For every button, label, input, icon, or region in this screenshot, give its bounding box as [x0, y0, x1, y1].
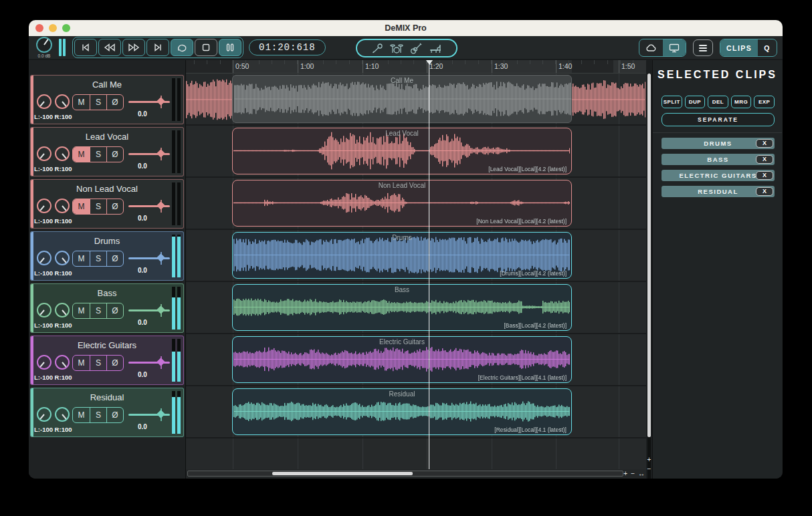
solo-button[interactable]: S — [90, 95, 106, 110]
volume-slider-handle[interactable] — [157, 97, 165, 106]
phase-invert-button[interactable]: Ø — [106, 408, 123, 422]
time-display[interactable]: 01:20:618 — [249, 39, 326, 55]
track-header[interactable]: Residual L:-100 R:100 M S Ø 0.0 — [30, 388, 184, 437]
remove-clip-button[interactable]: X — [756, 139, 773, 148]
pan-right-knob[interactable] — [55, 199, 70, 213]
pan-right-knob[interactable] — [55, 355, 70, 370]
pan-right-knob[interactable] — [55, 94, 70, 109]
selected-region[interactable]: Call Me — [232, 75, 572, 123]
dup-button[interactable]: DUP — [685, 96, 706, 108]
volume-slider-handle[interactable] — [157, 201, 165, 210]
track-header[interactable]: Electric Guitars L:-100 R:100 M S Ø 0.0 — [30, 336, 184, 385]
separate-button[interactable]: SEPARATE — [662, 113, 775, 126]
solo-button[interactable]: S — [90, 147, 106, 162]
volume-slider[interactable] — [128, 153, 170, 155]
horizontal-scrollbar-thumb[interactable] — [272, 472, 413, 475]
audio-clip[interactable]: Non Lead Vocal[Non Lead Vocal][Local][4.… — [232, 180, 572, 227]
pan-right-knob[interactable] — [55, 146, 70, 161]
rewind-button[interactable] — [98, 39, 121, 56]
volume-slider[interactable] — [128, 205, 170, 207]
track-lane[interactable]: Residual[Residual][Local][4.1 (latest)] — [186, 386, 646, 438]
track-header[interactable]: Call Me L:-100 R:100 M S Ø 0.0 — [30, 75, 184, 124]
volume-slider-handle[interactable] — [157, 305, 165, 314]
timeline-ruler[interactable]: 0:501:001:101:201:301:401:50 — [186, 60, 646, 74]
phase-invert-button[interactable]: Ø — [106, 356, 123, 370]
exp-button[interactable]: EXP — [754, 96, 775, 108]
stop-button[interactable] — [195, 39, 217, 56]
solo-button[interactable]: S — [90, 251, 106, 266]
track-lane[interactable]: Drums[Drums][Local][4.2 (latest)] — [186, 230, 646, 282]
del-button[interactable]: DEL — [708, 96, 728, 108]
drum-kit-icon[interactable] — [390, 43, 403, 54]
h-zoom-in-button[interactable]: + — [623, 469, 627, 478]
h-zoom-out-button[interactable]: − — [631, 469, 635, 478]
skip-to-start-button[interactable] — [74, 39, 97, 56]
pan-left-knob[interactable] — [37, 199, 52, 213]
audio-clip[interactable]: Residual[Residual][Local][4.1 (latest)] — [232, 388, 572, 435]
audio-clip[interactable]: Bass[Bass][Local][4.2 (latest)] — [232, 284, 572, 331]
track-lane[interactable]: Call Me — [186, 74, 646, 126]
mute-button[interactable]: M — [73, 251, 90, 266]
volume-slider[interactable] — [128, 257, 170, 259]
skip-to-end-button[interactable] — [146, 39, 169, 56]
audio-clip[interactable]: Lead Vocal[Lead Vocal][Local][4.2 (lates… — [232, 128, 572, 174]
pan-left-knob[interactable] — [37, 407, 52, 422]
phase-invert-button[interactable]: Ø — [106, 199, 123, 214]
pause-button[interactable] — [219, 39, 241, 56]
selected-clip-item[interactable]: DRUMSX — [662, 138, 775, 149]
volume-slider-handle[interactable] — [157, 253, 165, 262]
piano-icon[interactable] — [429, 43, 442, 54]
volume-slider[interactable] — [128, 309, 170, 311]
track-lane[interactable]: Electric Guitars[Electric Guitars][Local… — [186, 334, 646, 386]
menu-button[interactable] — [693, 39, 713, 56]
mute-button[interactable]: M — [73, 147, 90, 162]
microphone-icon[interactable] — [371, 43, 383, 54]
solo-button[interactable]: S — [90, 408, 106, 422]
pan-left-knob[interactable] — [37, 94, 52, 109]
playhead-marker-icon[interactable] — [426, 60, 433, 65]
mute-button[interactable]: M — [73, 303, 90, 318]
loop-button[interactable] — [171, 39, 193, 56]
phase-invert-button[interactable]: Ø — [106, 147, 123, 162]
pan-left-knob[interactable] — [37, 146, 52, 161]
solo-button[interactable]: S — [90, 356, 106, 370]
selected-clip-item[interactable]: BASSX — [662, 154, 775, 165]
mute-button[interactable]: M — [73, 199, 90, 214]
track-header[interactable]: Lead Vocal L:-100 R:100 M S Ø 0.0 — [30, 127, 184, 176]
track-lane[interactable]: Non Lead Vocal[Non Lead Vocal][Local][4.… — [186, 178, 646, 230]
volume-slider[interactable] — [128, 414, 170, 416]
mrg-button[interactable]: MRG — [731, 96, 752, 108]
playhead[interactable] — [429, 60, 429, 469]
local-device-button[interactable] — [663, 39, 686, 56]
pan-right-knob[interactable] — [55, 303, 70, 317]
q-view-button[interactable]: Q — [758, 39, 777, 56]
mute-button[interactable]: M — [73, 356, 90, 370]
remove-clip-button[interactable]: X — [756, 171, 773, 180]
selected-clip-item[interactable]: RESIDUALX — [662, 186, 775, 197]
horizontal-scrollbar[interactable] — [187, 471, 623, 477]
audio-clip[interactable]: Electric Guitars[Electric Guitars][Local… — [232, 336, 572, 383]
clips-view-button[interactable]: CLIPS — [720, 39, 758, 56]
phase-invert-button[interactable]: Ø — [106, 251, 123, 266]
mute-button[interactable]: M — [73, 95, 90, 110]
selected-clip-item[interactable]: ELECTRIC GUITARSX — [662, 170, 775, 181]
phase-invert-button[interactable]: Ø — [106, 303, 123, 318]
gain-knob[interactable] — [36, 37, 52, 53]
pan-left-knob[interactable] — [37, 251, 52, 265]
volume-slider-handle[interactable] — [157, 149, 165, 158]
track-header[interactable]: Non Lead Vocal L:-100 R:100 M S Ø 0.0 — [30, 179, 184, 229]
cloud-button[interactable] — [639, 39, 663, 56]
volume-slider[interactable] — [128, 101, 170, 103]
track-header[interactable]: Bass L:-100 R:100 M S Ø 0.0 — [30, 283, 184, 333]
h-fit-button[interactable]: ↔ — [638, 469, 645, 478]
pan-left-knob[interactable] — [37, 303, 52, 317]
pan-right-knob[interactable] — [55, 407, 70, 422]
volume-slider[interactable] — [128, 362, 170, 364]
volume-slider-handle[interactable] — [157, 358, 165, 366]
remove-clip-button[interactable]: X — [756, 187, 773, 196]
mute-button[interactable]: M — [73, 408, 90, 422]
split-button[interactable]: SPLIT — [662, 96, 682, 108]
fast-forward-button[interactable] — [122, 39, 145, 56]
pan-left-knob[interactable] — [37, 355, 52, 370]
track-lane[interactable]: Lead Vocal[Lead Vocal][Local][4.2 (lates… — [186, 126, 646, 178]
